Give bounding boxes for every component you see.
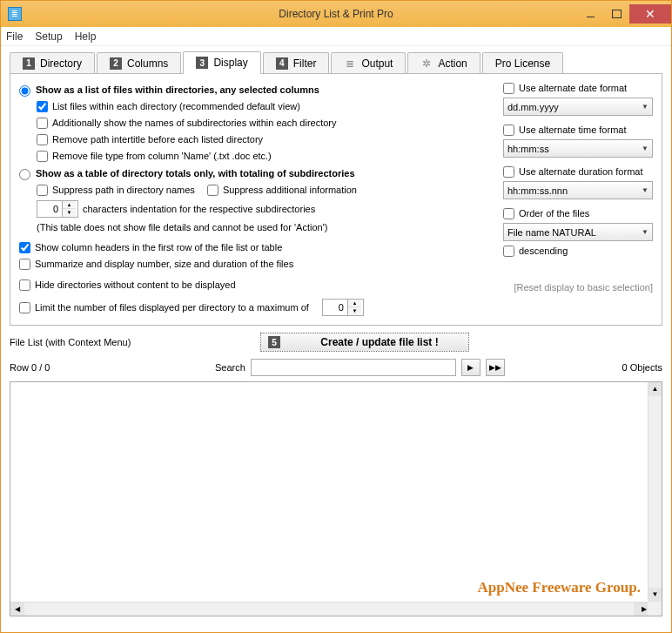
chk-hide-empty[interactable] xyxy=(19,279,30,291)
indent-input[interactable] xyxy=(37,204,62,214)
tab-action-label: Action xyxy=(438,57,467,70)
scroll-down-icon[interactable]: ▼ xyxy=(648,588,662,602)
menu-file[interactable]: File xyxy=(6,30,23,43)
duration-format-value: hh:mm:ss.nnn xyxy=(507,185,568,196)
search-label: Search xyxy=(215,362,245,373)
table-note: (This table does not show file details a… xyxy=(37,222,491,232)
minimize-button[interactable] xyxy=(577,4,603,24)
radio-table-totals-label: Show as a table of directory totals only… xyxy=(36,168,355,178)
chk-show-subdir-names[interactable] xyxy=(37,118,48,129)
tab-output-label: Output xyxy=(361,57,393,70)
chk-suppress-info-label: Suppress additional information xyxy=(223,183,357,197)
chk-order[interactable] xyxy=(503,208,514,219)
file-list-area[interactable]: ▲ ▼ ◀ ▶ AppNee Freeware Group. xyxy=(10,381,662,616)
search-last-button[interactable]: ▶▶ xyxy=(486,359,505,376)
menu-setup[interactable]: Setup xyxy=(35,30,62,43)
scroll-corner xyxy=(648,602,662,616)
chk-list-each-dir-label: List files within each directory (recomm… xyxy=(52,99,300,113)
search-next-button[interactable]: ▶ xyxy=(461,359,480,376)
chk-limit-files-label: Limit the number of files displayed per … xyxy=(35,300,309,314)
tab-num-3: 3 xyxy=(196,57,208,69)
chk-summarize-label: Summarize and display number, size and d… xyxy=(35,257,293,271)
chevron-down-icon: ▼ xyxy=(642,145,648,152)
chk-remove-intertitle[interactable] xyxy=(37,134,48,145)
tab-output[interactable]: Output xyxy=(331,52,406,73)
file-list-label: File List (with Context Menu) xyxy=(10,337,253,347)
chk-list-each-dir[interactable] xyxy=(37,101,48,112)
output-icon xyxy=(344,57,356,70)
order-combo[interactable]: File name NATURAL▼ xyxy=(503,223,653,241)
chk-descending-label: descending xyxy=(519,244,568,258)
order-value: File name NATURAL xyxy=(507,227,596,238)
tab-filter-label: Filter xyxy=(293,57,317,70)
radio-list-files-label: Show as a list of files within directori… xyxy=(36,84,319,95)
scroll-left-icon[interactable]: ◀ xyxy=(10,603,24,616)
chk-remove-filetype-label: Remove file type from column 'Name' (.tx… xyxy=(52,149,272,163)
tab-directory[interactable]: 1Directory xyxy=(10,52,95,73)
chk-alt-date-label: Use alternate date format xyxy=(519,81,627,95)
search-input[interactable] xyxy=(251,359,456,376)
indent-spinner[interactable]: ▲▼ xyxy=(37,200,78,218)
tab-columns[interactable]: 2Columns xyxy=(97,52,181,73)
limit-down[interactable]: ▼ xyxy=(348,307,361,315)
tab-pro-license[interactable]: Pro License xyxy=(482,52,563,73)
date-format-value: dd.mm.yyyy xyxy=(507,102,559,112)
scrollbar-horizontal[interactable]: ◀ ▶ xyxy=(10,602,648,616)
limit-up[interactable]: ▲ xyxy=(348,300,361,307)
tab-filter[interactable]: 4Filter xyxy=(263,52,330,73)
chk-summarize[interactable] xyxy=(19,259,30,270)
chk-alt-time[interactable] xyxy=(503,125,514,136)
create-num: 5 xyxy=(268,336,280,348)
scrollbar-vertical[interactable]: ▲ ▼ xyxy=(648,382,662,602)
chk-alt-date[interactable] xyxy=(503,83,514,94)
chk-remove-filetype[interactable] xyxy=(37,151,48,162)
chk-descending[interactable] xyxy=(503,246,514,257)
scroll-right-icon[interactable]: ▶ xyxy=(634,603,648,616)
chk-alt-duration[interactable] xyxy=(503,166,514,178)
close-button[interactable]: ✕ xyxy=(629,4,671,24)
limit-spinner[interactable]: ▲▼ xyxy=(322,299,364,316)
reset-link[interactable]: [Reset display to basic selection] xyxy=(503,282,653,293)
menu-help[interactable]: Help xyxy=(75,30,97,43)
radio-table-totals[interactable] xyxy=(19,169,30,180)
tab-pro-label: Pro License xyxy=(495,57,550,70)
tab-directory-label: Directory xyxy=(40,57,82,70)
row-counter: Row 0 / 0 xyxy=(10,362,97,373)
time-format-value: hh:mm:ss xyxy=(507,144,549,154)
tab-action[interactable]: Action xyxy=(407,52,480,73)
indent-label: characters indentation for the respectiv… xyxy=(83,202,315,216)
tab-num-4: 4 xyxy=(276,57,288,70)
window-title: Directory List & Print Pro xyxy=(1,8,671,20)
scroll-up-icon[interactable]: ▲ xyxy=(648,382,662,396)
maximize-button[interactable] xyxy=(603,4,629,24)
indent-down[interactable]: ▼ xyxy=(63,209,76,217)
app-icon: ≣ xyxy=(8,7,22,21)
tab-num-2: 2 xyxy=(110,57,122,70)
create-update-button[interactable]: 5 Create / update file list ! xyxy=(260,333,469,352)
time-format-combo[interactable]: hh:mm:ss▼ xyxy=(503,139,653,158)
date-format-combo[interactable]: dd.mm.yyyy▼ xyxy=(503,98,653,116)
chevron-down-icon: ▼ xyxy=(642,228,648,236)
chevron-down-icon: ▼ xyxy=(642,186,648,194)
objects-count: 0 Objects xyxy=(622,362,662,373)
chk-show-headers[interactable] xyxy=(19,242,30,253)
watermark: AppNee Freeware Group. xyxy=(478,579,641,596)
indent-up[interactable]: ▲ xyxy=(63,201,76,209)
tab-num-1: 1 xyxy=(23,57,35,70)
duration-format-combo[interactable]: hh:mm:ss.nnn▼ xyxy=(503,181,653,199)
chk-hide-empty-label: Hide directories without content to be d… xyxy=(35,278,236,292)
chk-alt-time-label: Use alternate time format xyxy=(519,123,627,137)
chk-remove-intertitle-label: Remove path intertitle before each liste… xyxy=(52,132,263,146)
chk-order-label: Order of the files xyxy=(519,206,589,220)
radio-list-files[interactable] xyxy=(19,85,30,97)
create-label: Create / update file list ! xyxy=(298,336,461,348)
limit-input[interactable] xyxy=(323,302,347,313)
chk-suppress-path-label: Suppress path in directory names xyxy=(52,183,195,197)
chk-limit-files[interactable] xyxy=(19,302,30,313)
chk-suppress-info[interactable] xyxy=(207,185,218,196)
tab-display-label: Display xyxy=(213,57,247,69)
tab-display[interactable]: 3Display xyxy=(183,51,260,74)
gear-icon xyxy=(420,57,433,70)
chk-suppress-path[interactable] xyxy=(37,185,48,196)
chk-show-subdir-names-label: Additionally show the names of subdirect… xyxy=(52,116,337,130)
